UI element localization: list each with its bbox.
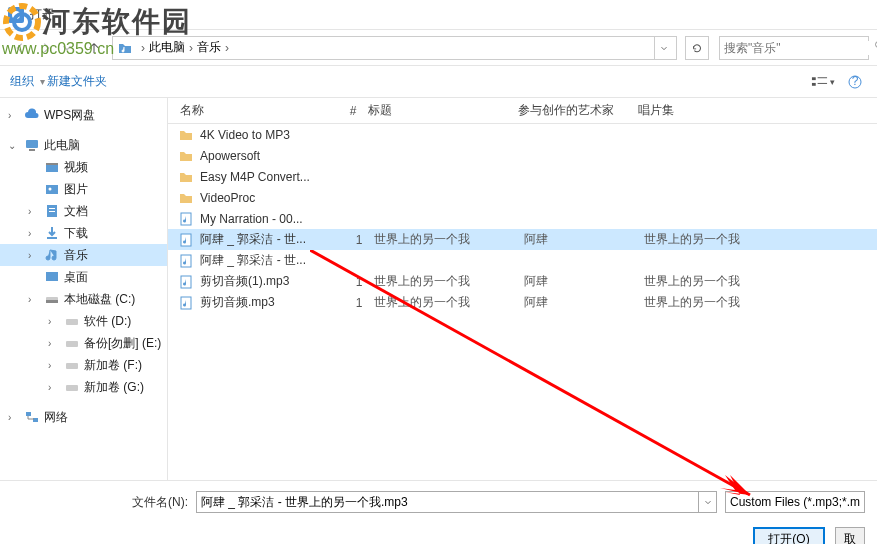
svg-rect-19: [49, 211, 55, 212]
desktop-icon: [44, 269, 60, 285]
sidebar-label: 备份[勿删] (E:): [84, 335, 161, 352]
file-album: 世界上的另一个我: [644, 231, 877, 248]
file-row[interactable]: Apowersoft: [168, 145, 877, 166]
file-name: 剪切音频(1).mp3: [200, 273, 344, 290]
toolbar: 组织 ▾ 新建文件夹 ▾ ?: [0, 66, 877, 98]
file-name: My Narration - 00...: [200, 212, 344, 226]
filename-dropdown[interactable]: [699, 491, 717, 513]
sidebar-item-localc[interactable]: ›本地磁盘 (C:): [0, 288, 167, 310]
file-row[interactable]: 阿肆 _ 郭采洁 - 世...1世界上的另一个我阿肆世界上的另一个我: [168, 229, 877, 250]
sidebar-item-pictures[interactable]: ›图片: [0, 178, 167, 200]
svg-rect-20: [46, 272, 58, 281]
filename-input[interactable]: [196, 491, 699, 513]
chevron-right-icon: ›: [141, 41, 145, 55]
sidebar-label: 桌面: [64, 269, 88, 286]
filter-select[interactable]: Custom Files (*.mp3;*.m: [725, 491, 865, 513]
svg-text:?: ?: [852, 75, 859, 88]
chevron-right-icon: ›: [189, 41, 193, 55]
expand-icon: ›: [48, 338, 60, 349]
expand-icon: ›: [28, 294, 40, 305]
svg-rect-6: [818, 77, 827, 78]
sidebar-item-d[interactable]: ›软件 (D:): [0, 310, 167, 332]
sidebar-item-video[interactable]: ›视频: [0, 156, 167, 178]
open-button[interactable]: 打开(O): [753, 527, 825, 544]
search-input[interactable]: [724, 41, 874, 55]
music-file-icon: [178, 274, 194, 290]
file-album: 世界上的另一个我: [644, 294, 877, 311]
expand-icon: ›: [48, 360, 60, 371]
sidebar-item-f[interactable]: ›新加卷 (F:): [0, 354, 167, 376]
file-num: 1: [344, 275, 374, 289]
file-name: Apowersoft: [200, 149, 344, 163]
column-header[interactable]: 名称 # 标题 参与创作的艺术家 唱片集: [168, 98, 877, 124]
music-icon: [44, 247, 60, 263]
drive-icon: [64, 379, 80, 395]
breadcrumb-dropdown[interactable]: [654, 37, 672, 59]
filter-label: Custom Files (*.mp3;*.m: [730, 495, 860, 509]
refresh-button[interactable]: [685, 36, 709, 60]
drive-icon: [64, 335, 80, 351]
file-album: 世界上的另一个我: [644, 273, 877, 290]
pictures-icon: [44, 181, 60, 197]
view-options-button[interactable]: ▾: [811, 73, 835, 91]
file-row[interactable]: VideoProc: [168, 187, 877, 208]
window-title: 打开: [30, 6, 54, 23]
col-artist[interactable]: 参与创作的艺术家: [518, 102, 638, 119]
svg-rect-27: [26, 412, 31, 416]
file-row[interactable]: 4K Video to MP3: [168, 124, 877, 145]
bottom-panel: 文件名(N): Custom Files (*.mp3;*.m 打开(O) 取: [0, 480, 877, 544]
newfolder-button[interactable]: 新建文件夹: [47, 73, 107, 90]
file-row[interactable]: 剪切音频.mp31世界上的另一个我阿肆世界上的另一个我: [168, 292, 877, 313]
col-name[interactable]: 名称: [168, 102, 338, 119]
cloud-icon: [24, 107, 40, 123]
sidebar-item-g[interactable]: ›新加卷 (G:): [0, 376, 167, 398]
file-name: 阿肆 _ 郭采洁 - 世...: [200, 231, 344, 248]
file-name: 剪切音频.mp3: [200, 294, 344, 311]
sidebar-item-pc[interactable]: ⌄此电脑: [0, 134, 167, 156]
file-name: 4K Video to MP3: [200, 128, 344, 142]
svg-rect-25: [66, 363, 78, 369]
nav-recent-button[interactable]: [60, 36, 74, 60]
help-button[interactable]: ?: [843, 73, 867, 91]
sidebar-item-music[interactable]: ›音乐: [0, 244, 167, 266]
file-row[interactable]: 阿肆 _ 郭采洁 - 世...: [168, 250, 877, 271]
breadcrumb-pc[interactable]: 此电脑: [149, 39, 185, 56]
sidebar-item-network[interactable]: ›网络: [0, 406, 167, 428]
sidebar-label: 新加卷 (G:): [84, 379, 144, 396]
music-file-icon: [178, 253, 194, 269]
nav-back-button[interactable]: [8, 36, 32, 60]
cancel-button[interactable]: 取: [835, 527, 865, 544]
folder-icon: [178, 127, 194, 143]
file-row[interactable]: 剪切音频(1).mp31世界上的另一个我阿肆世界上的另一个我: [168, 271, 877, 292]
col-num[interactable]: #: [338, 104, 368, 118]
expand-icon: ›: [28, 250, 40, 261]
sidebar-item-desktop[interactable]: ›桌面: [0, 266, 167, 288]
col-title[interactable]: 标题: [368, 102, 518, 119]
file-title: 世界上的另一个我: [374, 273, 524, 290]
svg-rect-15: [46, 185, 58, 194]
svg-point-16: [49, 188, 52, 191]
file-name: 阿肆 _ 郭采洁 - 世...: [200, 252, 344, 269]
nav-up-button[interactable]: [84, 38, 104, 58]
expand-icon: ›: [48, 316, 60, 327]
svg-rect-7: [812, 82, 816, 85]
drive-icon: [44, 291, 60, 307]
sidebar-label: 软件 (D:): [84, 313, 131, 330]
music-file-icon: [178, 211, 194, 227]
breadcrumb[interactable]: › 此电脑 › 音乐 ›: [112, 36, 677, 60]
sidebar-item-docs[interactable]: ›文档: [0, 200, 167, 222]
search-box[interactable]: [719, 36, 869, 60]
sidebar-label: 文档: [64, 203, 88, 220]
sidebar-item-e[interactable]: ›备份[勿删] (E:): [0, 332, 167, 354]
organize-button[interactable]: 组织: [10, 73, 34, 90]
sidebar-item-downloads[interactable]: ›下载: [0, 222, 167, 244]
sidebar-item-wps[interactable]: ›WPS网盘: [0, 104, 167, 126]
titlebar: 打开: [0, 0, 877, 30]
sidebar-label: 本地磁盘 (C:): [64, 291, 135, 308]
nav-forward-button[interactable]: [34, 36, 58, 60]
file-row[interactable]: My Narration - 00...: [168, 208, 877, 229]
col-album[interactable]: 唱片集: [638, 102, 877, 119]
breadcrumb-music[interactable]: 音乐: [197, 39, 221, 56]
file-row[interactable]: Easy M4P Convert...: [168, 166, 877, 187]
music-file-icon: [178, 232, 194, 248]
